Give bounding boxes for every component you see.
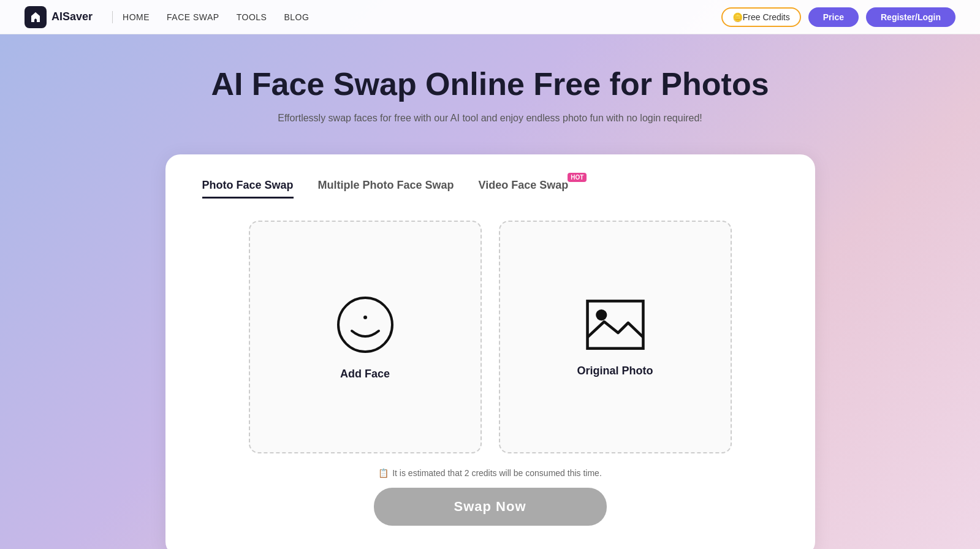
nav-item-tools[interactable]: TOOLS: [237, 12, 267, 23]
tab-multiple-photo-face-swap[interactable]: Multiple Photo Face Swap: [318, 179, 454, 199]
hero-section: AI Face Swap Online Free for Photos Effo…: [0, 34, 980, 142]
photo-icon: [585, 297, 646, 355]
original-photo-label: Original Photo: [577, 365, 653, 377]
nav-item-home[interactable]: HOME: [123, 12, 150, 23]
svg-point-4: [596, 309, 607, 320]
register-login-button[interactable]: Register/Login: [866, 7, 955, 27]
credits-icon: 📋: [378, 468, 389, 478]
price-button[interactable]: Price: [808, 7, 859, 27]
hero-subtitle: Effortlessly swap faces for free with ou…: [276, 113, 705, 124]
logo-icon: [25, 6, 47, 28]
add-face-upload-box[interactable]: Add Face: [249, 221, 482, 453]
logo-text: AISaver: [51, 10, 93, 23]
credits-info-text: It is estimated that 2 credits will be c…: [392, 468, 602, 478]
tabs-row: Photo Face Swap Multiple Photo Face Swap…: [202, 179, 778, 199]
nav-item-blog[interactable]: BLOG: [284, 12, 309, 23]
nav-links: HOME FACE SWAP TOOLS BLOG: [123, 12, 309, 23]
svg-point-2: [363, 316, 367, 319]
tab-video-wrapper: Video Face Swap HOT: [479, 179, 569, 199]
add-face-label: Add Face: [340, 368, 390, 381]
main-card: Photo Face Swap Multiple Photo Face Swap…: [165, 154, 815, 549]
logo[interactable]: AISaver: [25, 6, 93, 28]
original-photo-upload-box[interactable]: Original Photo: [499, 221, 732, 453]
credits-info: 📋 It is estimated that 2 credits will be…: [202, 468, 778, 478]
swap-now-button[interactable]: Swap Now: [374, 488, 607, 526]
hot-badge: HOT: [568, 173, 587, 182]
svg-point-1: [338, 298, 392, 352]
nav-right: 🪙Free Credits Price Register/Login: [721, 7, 955, 27]
svg-rect-3: [587, 301, 643, 348]
nav-divider: [112, 11, 113, 23]
navbar: AISaver HOME FACE SWAP TOOLS BLOG 🪙Free …: [0, 0, 980, 34]
free-credits-button[interactable]: 🪙Free Credits: [721, 7, 801, 27]
tab-video-face-swap[interactable]: Video Face Swap: [479, 179, 569, 199]
hero-title: AI Face Swap Online Free for Photos: [12, 65, 968, 103]
upload-row: Add Face Original Photo: [202, 221, 778, 453]
tab-photo-face-swap[interactable]: Photo Face Swap: [202, 179, 294, 199]
face-icon: [335, 294, 396, 358]
nav-item-faceswap[interactable]: FACE SWAP: [167, 12, 219, 23]
